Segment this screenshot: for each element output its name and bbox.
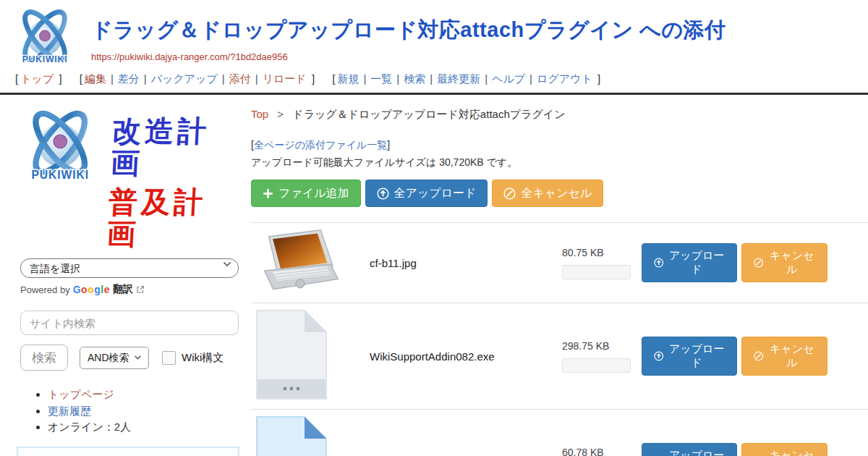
nav-link-diff[interactable]: 差分 [118,72,140,85]
pukiwiki-logo[interactable]: PUKIWIKI [12,4,78,73]
cancel-circle-icon [754,257,763,269]
powered-by-text: Powered by [20,284,70,295]
pukiwiki-atom-icon: PUKIWIKI [12,4,78,70]
google-logo-text: Google [73,284,110,295]
sidebar-heading-pukiwiki-kaizo[interactable]: PukiWiki改造計画 [17,447,239,456]
plus-icon [263,188,273,199]
file-actions: アップロード キャンセル [642,443,827,456]
wiki-syntax-label: Wiki構文 [182,351,224,365]
banner-line2: 普及計画 [106,186,238,250]
cancel-all-button[interactable]: 全キャンセル [492,180,603,207]
nav-link-recent[interactable]: 最終更新 [437,72,480,85]
cancel-button[interactable]: キャンセル [741,443,827,456]
main-content: Top > ドラッグ＆ドロップアップロード対応attachプラグイン [全ページ… [250,95,868,456]
breadcrumb: Top > ドラッグ＆ドロップアップロード対応attachプラグイン [251,108,868,122]
breadcrumb-separator: > [277,108,284,120]
file-name: WikiSupportAddin082.exe [370,350,562,363]
progress-bar [562,265,631,279]
pukiwiki-logo-text: PUKIWIKI [32,169,89,181]
bracket: [ [332,72,335,85]
progress-bar [562,358,631,373]
search-button[interactable]: 検索 [20,345,68,371]
attach-list-line: [全ページの添付ファイル一覧] [251,139,868,152]
separator: | [529,72,532,85]
generic-file-icon [255,309,328,400]
max-upload-size-text: アップロード可能最大ファイルサイズは 30,720KB です。 [251,156,868,169]
html-file-icon: </> [255,415,328,456]
list-item: オンライン：2人 [48,419,239,435]
search-mode-select[interactable]: AND検索 [80,347,149,369]
separator: | [255,72,258,85]
bracket: [ [80,72,82,85]
file-thumbnail-cell: </> [255,415,370,456]
upload-file-list: cf-b11.jpg 80.75 KB アップロード [251,222,868,456]
external-link-icon [136,285,145,294]
upload-button[interactable]: アップロード [642,443,737,456]
separator: | [222,72,225,85]
attach-file-list-link[interactable]: 全ページの添付ファイル一覧 [254,139,387,151]
separator: | [144,72,147,85]
nav-link-search[interactable]: 検索 [404,72,425,85]
powered-by-translate: Powered by Google 翻訳 [20,283,239,296]
table-row: WikiSupportAddin082.exe 298.75 KB アップロード [251,303,868,410]
separator: | [430,72,433,85]
breadcrumb-current: ドラッグ＆ドロップアップロード対応attachプラグイン [292,108,565,120]
cancel-circle-icon [754,350,763,362]
nav-link-backup[interactable]: バックアップ [151,72,218,85]
list-item: 更新履歴 [48,403,239,419]
table-row: cf-b11.jpg 80.75 KB アップロード [251,223,868,303]
nav-link-list[interactable]: 一覧 [370,72,392,85]
sidebar-link-toppage[interactable]: トップページ [48,388,114,400]
header: PUKIWIKI ドラッグ＆ドロップアップロード対応attachプラグイン への… [0,0,868,69]
upload-button[interactable]: アップロード [642,243,737,282]
nav-group-site: [新規|一覧|検索|最終更新|ヘルプ|ログアウト ] [330,72,603,85]
upload-toolbar: ファイル追加 全アップロード 全キャンセル [251,180,868,207]
page-title: ドラッグ＆ドロップアップロード対応attachプラグイン への添付 [91,16,868,45]
nav-link-edit[interactable]: 編集 [85,72,106,85]
file-thumbnail-cell [255,309,370,403]
upload-circle-icon [654,350,664,362]
pukiwiki-atom-icon: PUKIWIKI [20,102,100,189]
nav-link-attach[interactable]: 添付 [229,72,251,85]
sidebar-link-history[interactable]: 更新履歴 [48,405,91,417]
nav-link-help[interactable]: ヘルプ [492,72,525,85]
nav-group-top: [トップ ] [13,72,64,85]
upload-circle-icon [654,257,664,269]
file-name: cf-b11.jpg [370,257,562,269]
pukiwiki-logo-text: PUKIWIKI [22,54,68,64]
code-glyph: </> [260,453,320,456]
page: PUKIWIKI ドラッグ＆ドロップアップロード対応attachプラグイン への… [0,0,868,456]
separator: | [396,72,399,85]
separator: | [363,72,366,85]
file-size-cell: 60.78 KB [562,447,642,456]
nav-link-top[interactable]: トップ [20,72,54,85]
file-size-cell: 298.75 KB [562,340,642,373]
upload-all-button[interactable]: 全アップロード [365,180,488,207]
search-input[interactable] [20,311,239,335]
bracket: [ [15,72,18,85]
nav-link-new[interactable]: 新規 [337,72,359,85]
bracket: ] [312,72,315,85]
laptop-photo-thumbnail [255,229,341,294]
nav-link-logout[interactable]: ログアウト [537,72,592,85]
add-file-button[interactable]: ファイル追加 [251,180,361,207]
nav-group-page: [編集|差分|バックアップ|添付|リロード ] [77,72,317,85]
file-size: 80.75 KB [562,247,642,258]
banner-line1: 改造計画 [110,115,242,179]
sidebar-banner[interactable]: PUKIWIKI 改造計画 普及計画 [20,102,239,250]
breadcrumb-top-link[interactable]: Top [251,108,268,120]
wiki-syntax-checkbox[interactable] [162,351,176,365]
cancel-button[interactable]: キャンセル [741,337,827,376]
bracket: ] [597,72,600,85]
upload-button[interactable]: アップロード [642,337,737,376]
file-size-cell: 80.75 KB [562,247,642,279]
sidebar: PUKIWIKI 改造計画 普及計画 言語を選択 Powered by Goog… [0,95,250,456]
nav-link-reload[interactable]: リロード [263,72,307,85]
cancel-button[interactable]: キャンセル [741,243,827,282]
file-size: 60.78 KB [562,447,642,456]
bracket: ] [59,72,61,85]
language-select[interactable]: 言語を選択 [20,258,239,278]
file-thumbnail-cell [255,229,370,297]
file-size: 298.75 KB [562,340,642,352]
table-row: </> contents.html 60.78 KB [251,410,868,456]
